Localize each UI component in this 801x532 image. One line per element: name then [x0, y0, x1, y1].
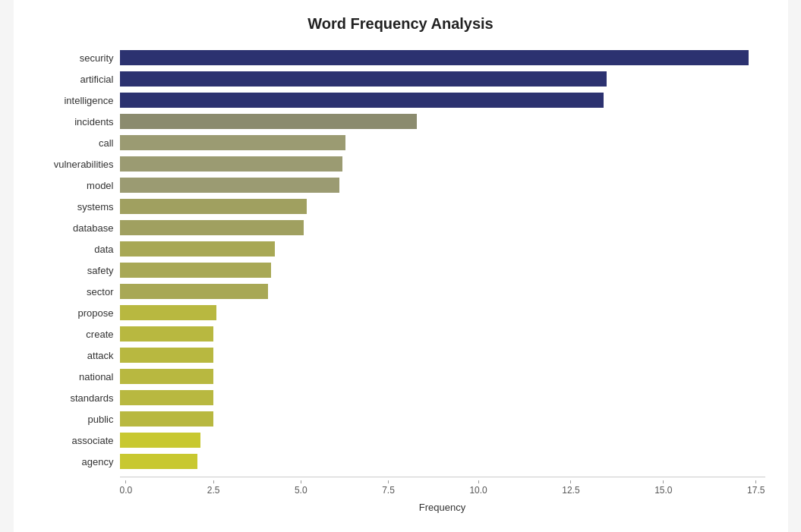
bar-track [120, 71, 765, 87]
bar-label: model [36, 180, 120, 191]
bar-fill [120, 156, 342, 172]
bar-label: data [36, 244, 120, 255]
bar-fill [120, 390, 213, 405]
bar-fill [120, 199, 307, 214]
bar-label: attack [36, 350, 120, 361]
bar-track [120, 284, 765, 299]
bar-track [120, 411, 765, 427]
bar-fill [120, 50, 749, 65]
chart-title: Word Frequency Analysis [36, 15, 765, 33]
bar-row: model [36, 175, 765, 195]
bar-fill [120, 369, 213, 384]
bar-track [120, 178, 765, 193]
bar-track [120, 326, 765, 342]
bar-row: associate [36, 430, 765, 450]
bar-track [120, 390, 765, 405]
bar-label: standards [36, 392, 120, 404]
bar-label: create [36, 329, 120, 340]
bar-fill [120, 411, 213, 427]
bar-track [120, 263, 765, 278]
bar-track [120, 348, 765, 363]
bar-row: attack [36, 345, 765, 365]
bar-label: propose [36, 307, 120, 319]
bar-row: security [36, 48, 765, 68]
bar-fill [120, 241, 275, 257]
x-tick: 17.5 [747, 480, 765, 496]
bar-track [120, 135, 765, 150]
x-tick: 15.0 [654, 480, 672, 496]
chart-container: Word Frequency Analysis securityartifici… [14, 0, 788, 532]
x-axis-label: Frequency [120, 502, 765, 513]
bar-label: security [36, 52, 120, 64]
bar-row: vulnerabilities [36, 154, 765, 174]
bar-track [120, 199, 765, 214]
bar-fill [120, 263, 272, 278]
bar-label: public [36, 414, 120, 425]
bar-label: associate [36, 435, 120, 446]
bar-label: sector [36, 286, 120, 297]
bar-track [120, 220, 765, 235]
bar-label: artificial [36, 74, 120, 85]
bar-track [120, 114, 765, 129]
bar-fill [120, 135, 346, 150]
bar-row: call [36, 133, 765, 153]
bar-track [120, 93, 765, 108]
x-ticks: 0.02.55.07.510.012.515.017.5 [120, 477, 765, 496]
x-axis: 0.02.55.07.510.012.515.017.5 [120, 477, 765, 496]
bar-row: agency [36, 452, 765, 471]
bar-fill [120, 433, 200, 448]
bar-row: public [36, 409, 765, 429]
bar-fill [120, 114, 417, 129]
x-tick: 0.0 [120, 480, 133, 496]
bar-label: incidents [36, 116, 120, 127]
bar-label: database [36, 222, 120, 234]
bar-track [120, 241, 765, 257]
bar-fill [120, 93, 604, 108]
bar-fill [120, 178, 339, 193]
bar-label: call [36, 137, 120, 149]
bar-row: incidents [36, 112, 765, 131]
bar-label: vulnerabilities [36, 159, 120, 170]
bar-label: safety [36, 265, 120, 276]
bar-row: safety [36, 260, 765, 280]
x-tick: 12.5 [562, 480, 579, 496]
bar-fill [120, 326, 213, 342]
bar-row: data [36, 239, 765, 259]
bar-row: database [36, 218, 765, 238]
bar-track [120, 156, 765, 172]
bar-fill [120, 454, 197, 469]
bar-row: propose [36, 303, 765, 323]
x-tick: 2.5 [207, 480, 220, 496]
bar-track [120, 454, 765, 469]
bar-label: intelligence [36, 95, 120, 106]
bar-label: systems [36, 201, 120, 212]
bar-row: intelligence [36, 90, 765, 110]
bar-row: artificial [36, 69, 765, 89]
bar-row: systems [36, 197, 765, 216]
bar-fill [120, 348, 213, 363]
x-tick: 7.5 [382, 480, 395, 496]
bar-fill [120, 220, 304, 235]
bar-fill [120, 305, 217, 320]
bar-row: create [36, 324, 765, 344]
bar-track [120, 369, 765, 384]
x-tick: 5.0 [295, 480, 307, 496]
bar-label: national [36, 371, 120, 382]
bar-track [120, 433, 765, 448]
bar-fill [120, 71, 607, 87]
chart-area: securityartificialintelligenceincidentsc… [36, 48, 765, 473]
x-tick: 10.0 [469, 480, 487, 496]
bar-row: national [36, 367, 765, 386]
bar-track [120, 50, 765, 65]
bar-row: standards [36, 388, 765, 408]
bar-row: sector [36, 282, 765, 301]
bar-label: agency [36, 456, 120, 467]
bar-fill [120, 284, 269, 299]
bar-track [120, 305, 765, 320]
